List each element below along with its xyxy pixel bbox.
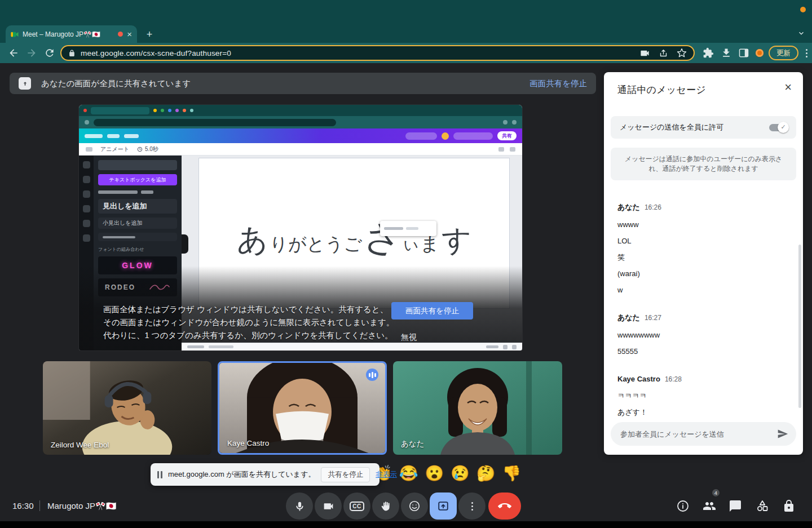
canva-add-heading-item[interactable]: 見出しを追加 bbox=[98, 199, 177, 214]
more-options-button[interactable] bbox=[458, 492, 486, 520]
toast-stop-share-button[interactable]: 共有を停止 bbox=[321, 467, 370, 482]
url-text: meet.google.com/csx-scne-duf?authuser=0 bbox=[81, 49, 231, 57]
chat-permission-label: メッセージの送信を全員に許可 bbox=[620, 122, 723, 132]
stop-share-warning-button[interactable]: 画面共有を停止 bbox=[391, 302, 473, 320]
raise-hand-button[interactable] bbox=[372, 492, 399, 520]
leave-call-button[interactable] bbox=[488, 492, 521, 520]
camera-icon bbox=[323, 500, 334, 512]
decoration-bar bbox=[103, 236, 135, 238]
canva-animate-button[interactable]: アニメート bbox=[100, 145, 129, 153]
decoration bbox=[503, 120, 508, 125]
screen-share-banner: あなたの画面が全員に共有されています 画面共有を停止 bbox=[10, 73, 596, 94]
reaction-surprised-button[interactable]: 😮 bbox=[425, 464, 444, 482]
browser-menu-kebab-icon[interactable] bbox=[801, 47, 812, 59]
address-bar[interactable]: meet.google.com/csx-scne-duf?authuser=0 bbox=[60, 45, 695, 61]
captions-icon: CC bbox=[350, 502, 364, 511]
downloads-icon[interactable] bbox=[721, 47, 732, 59]
activities-button[interactable] bbox=[756, 499, 769, 513]
video-tile-you[interactable]: あなた bbox=[393, 361, 562, 455]
clock-icon bbox=[137, 147, 143, 152]
page-char: す bbox=[442, 221, 471, 260]
forward-icon[interactable] bbox=[26, 47, 37, 59]
mini-address-bar bbox=[94, 119, 336, 126]
new-tab-button[interactable]: + bbox=[143, 28, 156, 41]
back-icon[interactable] bbox=[8, 47, 19, 59]
canva-add-bodytext-item[interactable] bbox=[98, 233, 177, 241]
chat-messages: あなた16:26 wwww LOL 笑 (warai) w あなた16:27 w… bbox=[617, 202, 783, 416]
chat-message: w bbox=[617, 286, 783, 294]
reaction-thinking-button[interactable]: 🤔 bbox=[476, 464, 496, 482]
host-controls-button[interactable] bbox=[782, 499, 796, 513]
reactions-button[interactable] bbox=[401, 492, 428, 520]
speaking-indicator-icon bbox=[366, 369, 378, 381]
tab-close-icon[interactable]: × bbox=[127, 30, 132, 38]
decoration-bar bbox=[486, 345, 498, 348]
mic-icon bbox=[294, 500, 306, 512]
canva-panel-collapse-handle[interactable] bbox=[182, 234, 188, 254]
chat-scrollbar[interactable] bbox=[798, 245, 801, 408]
share-page-icon[interactable] bbox=[659, 48, 668, 58]
camera-button[interactable] bbox=[315, 492, 342, 520]
browser-tab[interactable]: Meet – Marugoto JP🎌🇯🇵 × bbox=[6, 25, 137, 43]
mini-favicon bbox=[153, 109, 157, 112]
decoration-bar bbox=[98, 190, 138, 194]
warning-line: その画面またはウィンドウが合わせ鏡のように無限に表示されてしまいます。 bbox=[103, 316, 394, 329]
canva-share-button[interactable]: 共有 bbox=[497, 131, 517, 140]
video-tile-zeilord[interactable]: Zeilord Wee Ebol bbox=[43, 361, 211, 455]
bookmark-star-icon[interactable] bbox=[677, 48, 687, 58]
camera-in-use-icon[interactable] bbox=[639, 48, 650, 59]
stop-presenting-button[interactable] bbox=[430, 492, 457, 520]
participants-button[interactable] bbox=[703, 499, 716, 513]
chat-input[interactable] bbox=[620, 430, 777, 438]
toast-hide-link[interactable]: 非表示 bbox=[376, 470, 397, 480]
page-char: あ bbox=[237, 220, 268, 261]
chat-button[interactable] bbox=[729, 499, 742, 513]
chat-message: 笑 bbox=[617, 254, 783, 261]
stop-presenting-link[interactable]: 画面共有を停止 bbox=[529, 78, 587, 89]
chat-permission-toggle[interactable]: ✓ bbox=[769, 124, 787, 131]
ignore-warning-button[interactable]: 無視 bbox=[401, 332, 417, 343]
canva-add-subheading-item[interactable]: 小見出しを追加 bbox=[98, 218, 177, 229]
reaction-thumbsdown-button[interactable]: 👎 bbox=[502, 464, 522, 482]
message-time: 16:26 bbox=[645, 203, 661, 211]
lock-icon bbox=[68, 50, 76, 57]
chat-panel-title: 通話中のメッセージ bbox=[617, 83, 706, 96]
canva-avatar bbox=[442, 132, 449, 140]
captions-button[interactable]: CC bbox=[343, 492, 370, 520]
chat-close-icon[interactable]: × bbox=[784, 81, 792, 94]
decoration-bar bbox=[510, 147, 515, 152]
message-header: あなた16:26 bbox=[617, 202, 783, 212]
decoration bbox=[85, 120, 89, 125]
canva-search-input[interactable] bbox=[98, 160, 177, 170]
extensions-puzzle-icon[interactable] bbox=[703, 47, 714, 59]
window-indicator-dot bbox=[800, 7, 806, 12]
mic-button[interactable] bbox=[286, 492, 313, 520]
canva-toolbar: アニメート 5.0秒 bbox=[79, 143, 522, 156]
meeting-details-button[interactable] bbox=[676, 499, 690, 513]
reload-icon[interactable] bbox=[44, 47, 55, 59]
chat-message: wwwwwwww bbox=[617, 331, 783, 339]
chat-message: あざす！ bbox=[617, 409, 783, 416]
chat-bubble-icon bbox=[729, 499, 742, 513]
chrome-update-button[interactable]: 更新 bbox=[769, 46, 798, 60]
reaction-joy-button[interactable]: 😂 bbox=[399, 464, 418, 482]
mini-favicon bbox=[83, 109, 87, 112]
decoration-bar bbox=[406, 227, 418, 230]
call-end-icon bbox=[498, 499, 511, 513]
message-sender: Kaye Castro bbox=[617, 375, 660, 383]
video-tile-kaye[interactable]: Kaye Castro bbox=[218, 361, 387, 455]
send-icon[interactable] bbox=[777, 428, 788, 440]
extension-orange-icon[interactable] bbox=[756, 49, 764, 57]
reaction-cry-button[interactable]: 😢 bbox=[451, 464, 470, 482]
mini-favicon bbox=[183, 109, 186, 112]
tabstrip-chevron-down-icon[interactable] bbox=[797, 29, 805, 37]
shared-screen-preview: 共有 アニメート 5.0秒 テキストボックスを追加 bbox=[79, 105, 522, 350]
decoration-bar bbox=[86, 147, 92, 152]
canva-duration[interactable]: 5.0秒 bbox=[145, 145, 158, 153]
decoration-bar bbox=[187, 345, 204, 348]
side-panel-icon[interactable] bbox=[738, 47, 749, 59]
message-group: あなた16:27 wwwwwwww 55555 bbox=[617, 312, 783, 356]
canva-add-textbox-button[interactable]: テキストボックスを追加 bbox=[98, 174, 177, 185]
decoration-bar bbox=[141, 190, 153, 194]
chat-notice: メッセージは通話に参加中のユーザーにのみ表示され、通話が終了すると削除されます bbox=[611, 148, 796, 180]
